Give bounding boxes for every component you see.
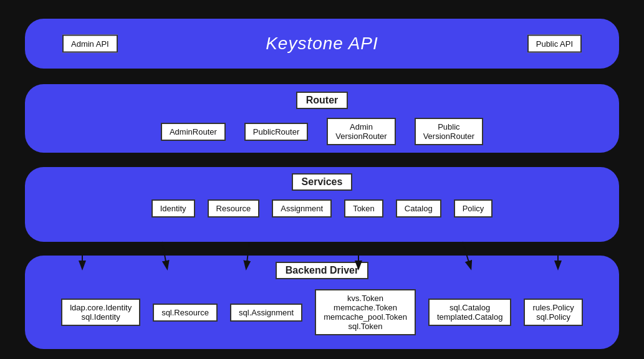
backend-label: Backend Driver — [276, 262, 368, 279]
backend-band: Backend Driver ldap.core.Identitysql.Ide… — [25, 256, 619, 349]
router-band: Router AdminRouter PublicRouter AdminVer… — [25, 84, 619, 153]
admin-version-router-box: AdminVersionRouter — [327, 118, 395, 145]
keystone-api-band: Admin API Keystone API Public API — [25, 19, 619, 69]
services-band: Services Identity Resource Assignment To… — [25, 167, 619, 242]
identity-box: Identity — [151, 199, 195, 218]
policy-box: Policy — [454, 199, 493, 218]
public-router-box: PublicRouter — [244, 123, 308, 141]
token-box: Token — [344, 199, 383, 218]
router-label: Router — [296, 92, 348, 109]
sql-assignment-box: sql.Assignment — [230, 304, 302, 322]
kvs-token-box: kvs.Tokenmemcache.Tokenmemcache_pool.Tok… — [315, 289, 416, 335]
public-api-box: Public API — [527, 35, 582, 53]
rules-policy-box: rules.Policysql.Policy — [524, 299, 582, 326]
admin-api-box: Admin API — [62, 35, 118, 53]
sql-catalog-box: sql.Catalogtemplated.Catalog — [428, 299, 512, 326]
sql-resource-box: sql.Resource — [153, 304, 218, 322]
resource-box: Resource — [208, 199, 260, 218]
keystone-api-title: Keystone API — [266, 34, 378, 54]
services-label: Services — [292, 173, 353, 191]
router-boxes: AdminRouter PublicRouter AdminVersionRou… — [161, 118, 483, 145]
backend-boxes: ldap.core.Identitysql.Identity sql.Resou… — [61, 289, 583, 335]
assignment-box: Assignment — [272, 199, 332, 218]
services-boxes: Identity Resource Assignment Token Catal… — [151, 199, 493, 218]
admin-router-box: AdminRouter — [161, 123, 226, 141]
diagram: Admin API Keystone API Public API Router… — [0, 0, 644, 359]
catalog-box: Catalog — [396, 199, 441, 218]
public-version-router-box: PublicVersionRouter — [415, 118, 483, 145]
ldap-identity-box: ldap.core.Identitysql.Identity — [61, 299, 140, 326]
